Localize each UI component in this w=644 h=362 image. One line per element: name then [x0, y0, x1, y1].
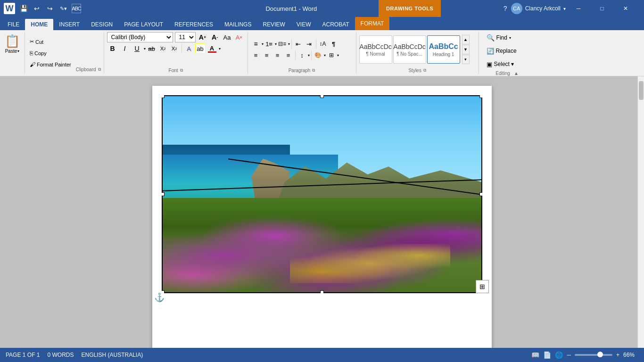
align-right-button[interactable]: ≡	[272, 50, 283, 60]
align-left-button[interactable]: ≡	[251, 50, 261, 60]
text-effects-button[interactable]: A	[184, 43, 194, 54]
superscript-button[interactable]: X2	[169, 43, 180, 54]
justify-button[interactable]: ≡	[283, 50, 294, 60]
numbering-dropdown[interactable]: ▾	[275, 42, 277, 46]
title-bar: W 💾 ↩ ↪ ✎▾ ABC Document1 - Word DRAWING …	[0, 0, 644, 17]
subscript-button[interactable]: X2	[158, 43, 168, 54]
zoom-out-icon[interactable]: ─	[567, 352, 571, 358]
paste-button[interactable]: 📋 Paste ▾	[3, 32, 22, 56]
underline-dropdown[interactable]: ▾	[144, 47, 146, 51]
tab-insert[interactable]: INSERT	[53, 19, 85, 30]
styles-scroll-down[interactable]: ▼	[462, 45, 470, 54]
paragraph-top-row: ≡ ▾ 1≡ ▾ ⊟≡ ▾ ⇤ ⇥ ↕A ¶	[251, 39, 353, 49]
shading-button[interactable]: 🎨	[313, 50, 323, 60]
shrink-font-button[interactable]: A-	[210, 32, 220, 42]
change-case-button[interactable]: Aa	[222, 32, 232, 42]
paragraph-bottom-row: ≡ ≡ ≡ ≡ ↕ ▾ 🎨 ▾ ⊞ ▾	[251, 50, 353, 60]
zoom-in-icon[interactable]: +	[616, 352, 619, 358]
ribbon: 📋 Paste ▾ ✂ Cut ⎘ Copy 🖌 Format Painter	[0, 30, 644, 76]
tab-references[interactable]: REFERENCES	[169, 19, 219, 30]
status-left: PAGE 1 OF 1 0 WORDS ENGLISH (AUSTRALIA)	[6, 352, 143, 358]
multilevel-dropdown[interactable]: ▾	[288, 42, 290, 46]
style-heading1[interactable]: AaBbCc Heading 1	[427, 35, 460, 64]
ribbon-collapse-icon[interactable]: ▲	[514, 71, 519, 76]
styles-scroll-up[interactable]: ▲	[462, 35, 470, 44]
sort-button[interactable]: ↕A	[318, 39, 328, 49]
show-hide-button[interactable]: ¶	[329, 39, 339, 49]
font-size-select[interactable]: 11	[175, 32, 196, 42]
zoom-thumb	[597, 352, 603, 357]
copy-button[interactable]: ⎘ Copy	[28, 48, 73, 58]
tab-design[interactable]: DESIGN	[85, 19, 118, 30]
multilevel-list-button[interactable]: ⊟≡	[277, 39, 288, 49]
zoom-level[interactable]: 66%	[623, 352, 638, 358]
customize-icon[interactable]: ✎▾	[58, 4, 68, 13]
borders-button[interactable]: ⊞	[326, 50, 337, 60]
bullets-button[interactable]: ≡	[251, 39, 261, 49]
increase-indent-button[interactable]: ⇥	[304, 39, 314, 49]
tab-view[interactable]: VIEW	[291, 19, 317, 30]
tab-acrobat[interactable]: ACROBAT	[316, 19, 355, 30]
clear-formatting-button[interactable]: A✕	[234, 32, 245, 42]
coastal-image[interactable]	[162, 95, 482, 293]
abc-icon[interactable]: ABC	[72, 4, 81, 13]
line-spacing-dropdown[interactable]: ▾	[308, 53, 310, 58]
font-label: Font ⧉	[107, 67, 245, 74]
clipboard-expander[interactable]: ⧉	[98, 67, 101, 72]
bold-button[interactable]: B	[107, 43, 118, 54]
tab-mailings[interactable]: MAILINGS	[219, 19, 257, 30]
strikethrough-button[interactable]: ab	[147, 43, 157, 54]
scroll-thumb[interactable]	[639, 81, 644, 100]
read-mode-icon[interactable]: 📖	[531, 351, 539, 359]
bullets-dropdown[interactable]: ▾	[262, 42, 264, 46]
ribbon-tabs: FILE HOME INSERT DESIGN PAGE LAYOUT REFE…	[0, 17, 644, 30]
borders-dropdown[interactable]: ▾	[337, 53, 339, 58]
styles-expander[interactable]: ⧉	[423, 68, 426, 73]
tab-page-layout[interactable]: PAGE LAYOUT	[118, 19, 169, 30]
paste-dropdown-icon[interactable]: ▾	[17, 49, 19, 53]
select-button[interactable]: ▣ Select ▾	[484, 58, 531, 70]
redo-icon[interactable]: ↪	[45, 4, 55, 13]
styles-scroll: ▲ ▼ ▾	[462, 35, 470, 64]
styles-expand[interactable]: ▾	[462, 55, 470, 64]
paragraph-expander[interactable]: ⧉	[312, 68, 315, 73]
italic-button[interactable]: I	[119, 43, 131, 54]
maximize-button[interactable]: □	[591, 0, 613, 17]
zoom-slider[interactable]	[575, 354, 612, 356]
undo-icon[interactable]: ↩	[32, 4, 41, 13]
minimize-button[interactable]: ─	[568, 0, 589, 17]
grow-font-button[interactable]: A+	[198, 32, 208, 42]
style-normal[interactable]: AaBbCcDc ¶ Normal	[359, 35, 392, 64]
format-painter-icon: 🖌	[30, 61, 35, 68]
tab-review[interactable]: REVIEW	[257, 19, 290, 30]
web-layout-icon[interactable]: 🌐	[555, 351, 563, 359]
find-dropdown-icon[interactable]: ▾	[509, 36, 511, 40]
tab-home[interactable]: HOME	[25, 19, 53, 30]
line-spacing-button[interactable]: ↕	[297, 50, 307, 60]
shading-dropdown[interactable]: ▾	[324, 53, 326, 58]
center-button[interactable]: ≡	[262, 50, 272, 60]
font-expander[interactable]: ⧉	[180, 68, 183, 73]
style-no-spacing[interactable]: AaBbCcDc ¶ No Spac...	[393, 35, 426, 64]
format-painter-button[interactable]: 🖌 Format Painter	[28, 59, 73, 70]
save-icon[interactable]: 💾	[19, 4, 28, 13]
layout-helper-button[interactable]: ⊞	[476, 280, 489, 293]
font-color-button[interactable]: A	[206, 44, 218, 54]
print-layout-icon[interactable]: 📄	[543, 351, 551, 359]
scrollbar[interactable]	[637, 76, 644, 348]
replace-button[interactable]: 🔄 Replace	[484, 45, 531, 57]
find-button[interactable]: 🔍 Find ▾	[484, 32, 531, 43]
decrease-indent-button[interactable]: ⇤	[293, 39, 304, 49]
cut-button[interactable]: ✂ Cut	[28, 37, 73, 47]
numbering-button[interactable]: 1≡	[264, 39, 274, 49]
font-family-select[interactable]: Calibri (Body)	[107, 32, 173, 42]
help-icon[interactable]: ?	[504, 5, 507, 12]
text-highlight-button[interactable]: ab	[195, 43, 206, 54]
font-color-dropdown[interactable]: ▾	[219, 47, 221, 51]
editing-label: Editing ▲	[482, 70, 533, 77]
close-button[interactable]: ✕	[615, 0, 636, 17]
tab-format[interactable]: FORMAT	[355, 17, 390, 30]
tab-file[interactable]: FILE	[2, 19, 25, 30]
user-dropdown-icon[interactable]: ▾	[563, 6, 566, 11]
underline-button[interactable]: U	[132, 43, 143, 54]
